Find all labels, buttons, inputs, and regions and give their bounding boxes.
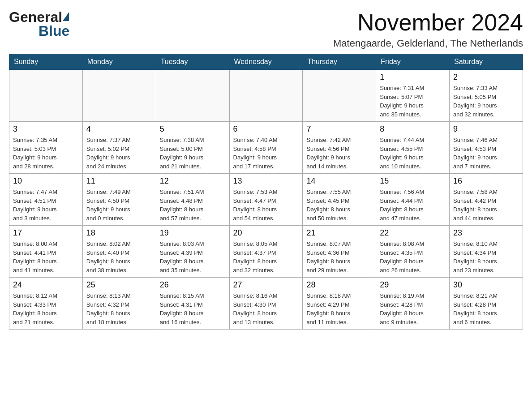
calendar-cell: 25Sunrise: 8:13 AMSunset: 4:32 PMDayligh… bbox=[82, 278, 156, 330]
calendar-cell: 16Sunrise: 7:58 AMSunset: 4:42 PMDayligh… bbox=[450, 174, 523, 226]
day-number: 13 bbox=[233, 176, 299, 186]
day-number: 21 bbox=[306, 228, 372, 238]
day-info: Sunrise: 7:31 AMSunset: 5:07 PMDaylight:… bbox=[380, 84, 446, 119]
day-info: Sunrise: 7:53 AMSunset: 4:47 PMDaylight:… bbox=[233, 188, 299, 223]
day-number: 5 bbox=[160, 124, 226, 134]
day-number: 14 bbox=[306, 176, 372, 186]
calendar-cell: 13Sunrise: 7:53 AMSunset: 4:47 PMDayligh… bbox=[229, 174, 303, 226]
calendar-cell: 24Sunrise: 8:12 AMSunset: 4:33 PMDayligh… bbox=[9, 278, 83, 330]
calendar-cell: 26Sunrise: 8:15 AMSunset: 4:31 PMDayligh… bbox=[156, 278, 229, 330]
day-info: Sunrise: 7:37 AMSunset: 5:02 PMDaylight:… bbox=[86, 136, 152, 171]
calendar-header-monday: Monday bbox=[82, 54, 156, 70]
title-area: November 2024 Matengaarde, Gelderland, T… bbox=[333, 9, 523, 49]
day-info: Sunrise: 8:13 AMSunset: 4:32 PMDaylight:… bbox=[86, 291, 152, 326]
week-row-3: 10Sunrise: 7:47 AMSunset: 4:51 PMDayligh… bbox=[9, 174, 523, 226]
day-number: 12 bbox=[160, 176, 226, 186]
day-number: 9 bbox=[453, 124, 519, 134]
calendar-cell: 29Sunrise: 8:19 AMSunset: 4:28 PMDayligh… bbox=[376, 278, 450, 330]
logo-blue-text: Blue bbox=[39, 23, 69, 39]
calendar-cell bbox=[9, 70, 83, 122]
calendar-cell: 7Sunrise: 7:42 AMSunset: 4:56 PMDaylight… bbox=[303, 122, 376, 174]
day-info: Sunrise: 7:35 AMSunset: 5:03 PMDaylight:… bbox=[13, 136, 79, 171]
day-number: 6 bbox=[233, 124, 299, 134]
day-info: Sunrise: 8:08 AMSunset: 4:35 PMDaylight:… bbox=[380, 240, 446, 274]
calendar-header-sunday: Sunday bbox=[9, 54, 83, 70]
day-number: 20 bbox=[233, 228, 299, 238]
calendar-cell: 12Sunrise: 7:51 AMSunset: 4:48 PMDayligh… bbox=[156, 174, 229, 226]
calendar-header-row: SundayMondayTuesdayWednesdayThursdayFrid… bbox=[9, 54, 523, 70]
header: General Blue November 2024 Matengaarde, … bbox=[9, 9, 523, 49]
calendar-cell: 15Sunrise: 7:56 AMSunset: 4:44 PMDayligh… bbox=[376, 174, 450, 226]
day-info: Sunrise: 8:10 AMSunset: 4:34 PMDaylight:… bbox=[453, 240, 519, 274]
calendar-cell: 2Sunrise: 7:33 AMSunset: 5:05 PMDaylight… bbox=[450, 70, 523, 122]
day-info: Sunrise: 7:55 AMSunset: 4:45 PMDaylight:… bbox=[306, 188, 372, 223]
calendar-cell: 28Sunrise: 8:18 AMSunset: 4:29 PMDayligh… bbox=[303, 278, 376, 330]
calendar-header-tuesday: Tuesday bbox=[156, 54, 229, 70]
day-info: Sunrise: 7:46 AMSunset: 4:53 PMDaylight:… bbox=[453, 136, 519, 171]
week-row-4: 17Sunrise: 8:00 AMSunset: 4:41 PMDayligh… bbox=[9, 226, 523, 278]
week-row-1: 1Sunrise: 7:31 AMSunset: 5:07 PMDaylight… bbox=[9, 70, 523, 122]
calendar-cell: 3Sunrise: 7:35 AMSunset: 5:03 PMDaylight… bbox=[9, 122, 83, 174]
calendar-cell: 11Sunrise: 7:49 AMSunset: 4:50 PMDayligh… bbox=[82, 174, 156, 226]
day-number: 3 bbox=[13, 124, 79, 134]
week-row-2: 3Sunrise: 7:35 AMSunset: 5:03 PMDaylight… bbox=[9, 122, 523, 174]
calendar-cell: 20Sunrise: 8:05 AMSunset: 4:37 PMDayligh… bbox=[229, 226, 303, 278]
day-number: 24 bbox=[13, 280, 79, 290]
calendar-header-wednesday: Wednesday bbox=[229, 54, 303, 70]
day-number: 25 bbox=[86, 280, 152, 290]
day-info: Sunrise: 8:03 AMSunset: 4:39 PMDaylight:… bbox=[160, 240, 226, 274]
calendar-header-friday: Friday bbox=[376, 54, 450, 70]
calendar-cell: 17Sunrise: 8:00 AMSunset: 4:41 PMDayligh… bbox=[9, 226, 83, 278]
logo: General Blue bbox=[9, 9, 69, 39]
day-number: 22 bbox=[380, 228, 446, 238]
day-number: 8 bbox=[380, 124, 446, 134]
week-row-5: 24Sunrise: 8:12 AMSunset: 4:33 PMDayligh… bbox=[9, 278, 523, 330]
day-number: 2 bbox=[453, 73, 519, 82]
calendar-cell bbox=[82, 70, 156, 122]
day-info: Sunrise: 7:58 AMSunset: 4:42 PMDaylight:… bbox=[453, 188, 519, 223]
day-info: Sunrise: 7:49 AMSunset: 4:50 PMDaylight:… bbox=[86, 188, 152, 223]
day-number: 15 bbox=[380, 176, 446, 186]
day-number: 4 bbox=[86, 124, 152, 134]
calendar-header-saturday: Saturday bbox=[450, 54, 523, 70]
calendar-cell: 19Sunrise: 8:03 AMSunset: 4:39 PMDayligh… bbox=[156, 226, 229, 278]
day-number: 10 bbox=[13, 176, 79, 186]
calendar-cell bbox=[229, 70, 303, 122]
calendar-cell: 22Sunrise: 8:08 AMSunset: 4:35 PMDayligh… bbox=[376, 226, 450, 278]
day-number: 28 bbox=[306, 280, 372, 290]
calendar-cell: 27Sunrise: 8:16 AMSunset: 4:30 PMDayligh… bbox=[229, 278, 303, 330]
day-number: 11 bbox=[86, 176, 152, 186]
day-info: Sunrise: 8:15 AMSunset: 4:31 PMDaylight:… bbox=[160, 291, 226, 326]
day-number: 29 bbox=[380, 280, 446, 290]
main-title: November 2024 bbox=[333, 9, 523, 36]
day-number: 26 bbox=[160, 280, 226, 290]
day-number: 27 bbox=[233, 280, 299, 290]
day-info: Sunrise: 7:40 AMSunset: 4:58 PMDaylight:… bbox=[233, 136, 299, 171]
day-info: Sunrise: 8:02 AMSunset: 4:40 PMDaylight:… bbox=[86, 240, 152, 274]
calendar-cell: 8Sunrise: 7:44 AMSunset: 4:55 PMDaylight… bbox=[376, 122, 450, 174]
day-info: Sunrise: 8:05 AMSunset: 4:37 PMDaylight:… bbox=[233, 240, 299, 274]
day-info: Sunrise: 8:07 AMSunset: 4:36 PMDaylight:… bbox=[306, 240, 372, 274]
day-info: Sunrise: 8:16 AMSunset: 4:30 PMDaylight:… bbox=[233, 291, 299, 326]
calendar-cell bbox=[303, 70, 376, 122]
day-number: 18 bbox=[86, 228, 152, 238]
day-number: 1 bbox=[380, 73, 446, 82]
day-info: Sunrise: 7:51 AMSunset: 4:48 PMDaylight:… bbox=[160, 188, 226, 223]
day-info: Sunrise: 8:00 AMSunset: 4:41 PMDaylight:… bbox=[13, 240, 79, 274]
calendar-cell: 30Sunrise: 8:21 AMSunset: 4:28 PMDayligh… bbox=[450, 278, 523, 330]
day-info: Sunrise: 7:42 AMSunset: 4:56 PMDaylight:… bbox=[306, 136, 372, 171]
day-info: Sunrise: 8:21 AMSunset: 4:28 PMDaylight:… bbox=[453, 291, 519, 326]
day-info: Sunrise: 7:38 AMSunset: 5:00 PMDaylight:… bbox=[160, 136, 226, 171]
calendar-cell: 9Sunrise: 7:46 AMSunset: 4:53 PMDaylight… bbox=[450, 122, 523, 174]
day-number: 19 bbox=[160, 228, 226, 238]
calendar-cell: 6Sunrise: 7:40 AMSunset: 4:58 PMDaylight… bbox=[229, 122, 303, 174]
calendar-cell bbox=[156, 70, 229, 122]
calendar-cell: 5Sunrise: 7:38 AMSunset: 5:00 PMDaylight… bbox=[156, 122, 229, 174]
calendar-cell: 1Sunrise: 7:31 AMSunset: 5:07 PMDaylight… bbox=[376, 70, 450, 122]
day-info: Sunrise: 7:56 AMSunset: 4:44 PMDaylight:… bbox=[380, 188, 446, 223]
calendar-cell: 10Sunrise: 7:47 AMSunset: 4:51 PMDayligh… bbox=[9, 174, 83, 226]
day-info: Sunrise: 7:44 AMSunset: 4:55 PMDaylight:… bbox=[380, 136, 446, 171]
day-info: Sunrise: 7:47 AMSunset: 4:51 PMDaylight:… bbox=[13, 188, 79, 223]
calendar-cell: 18Sunrise: 8:02 AMSunset: 4:40 PMDayligh… bbox=[82, 226, 156, 278]
day-number: 7 bbox=[306, 124, 372, 134]
